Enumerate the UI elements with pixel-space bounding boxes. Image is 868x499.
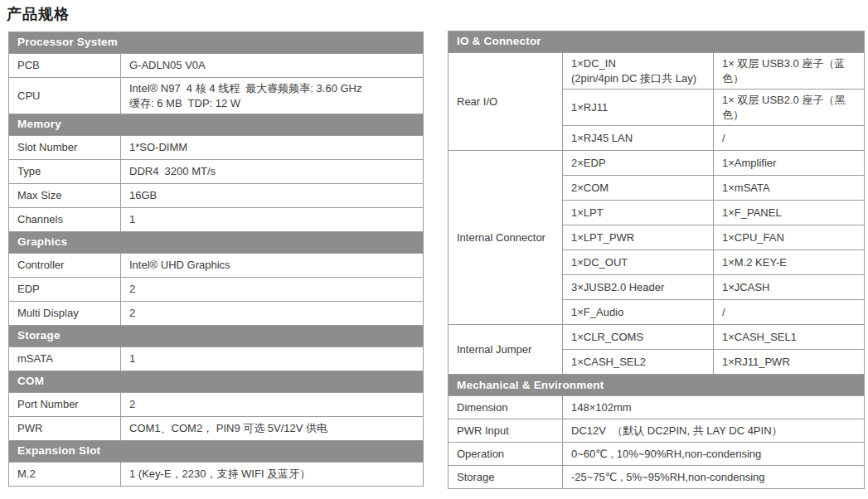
table-row: Rear I/O 1×DC_IN (2pin/4pin DC 接口共 Lay) … — [449, 53, 865, 90]
spec-value-cell: 2 — [121, 393, 424, 417]
spec-value-cell: 1× 双层 USB2.0 座子（黑色） — [714, 90, 865, 126]
section-header: IO & Connector — [449, 31, 865, 53]
section-header: Processor System — [9, 32, 424, 54]
spec-value-cell: 1×JCASH — [714, 275, 865, 300]
table-row: Internal Connector 2×EDP 1×Amplifier — [449, 151, 865, 176]
section-header-row: COM — [9, 371, 424, 393]
spec-label-cell: Slot Number — [9, 136, 121, 160]
spec-value-cell: 2 — [121, 302, 424, 326]
spec-value-cell: 148×102mm — [563, 396, 865, 419]
spec-value-cell: DDR4 3200 MT/s — [121, 160, 424, 184]
spec-value-cell: 0~60℃ , 10%~90%RH,non-condensing — [563, 443, 865, 466]
section-header-row: Memory — [9, 114, 424, 136]
spec-value-cell: 1×DC_OUT — [563, 250, 714, 275]
spec-value-cell: 3×JUSB2.0 Header — [563, 275, 714, 300]
section-header-row: Storage — [9, 326, 424, 347]
group-label-cell: Internal Jumper — [449, 325, 563, 375]
spec-value-cell: 1×Amplifier — [714, 151, 865, 176]
group-label-cell: Internal Connector — [449, 151, 563, 325]
table-row: Port Number 2 — [9, 393, 424, 417]
spec-value-cell: 2×EDP — [563, 151, 714, 176]
section-header: Memory — [9, 114, 424, 136]
spec-label-cell: Dimension — [449, 396, 563, 419]
table-row: CPU Intel® N97 4 核 4 线程 最大睿频频率: 3.60 GHz… — [9, 78, 424, 114]
spec-value-cell: 1× 双层 USB3.0 座子（蓝色） — [714, 53, 865, 90]
spec-table-right: IO & Connector Rear I/O 1×DC_IN (2pin/4p… — [448, 31, 865, 489]
spec-value-cell: / — [714, 126, 865, 151]
spec-value-cell: 1×RJ45 LAN — [563, 126, 714, 151]
table-row: Channels 1 — [9, 208, 424, 232]
spec-label-cell: mSATA — [9, 347, 121, 371]
spec-value-cell: 1×RJ11_PWR — [714, 350, 865, 375]
spec-value-cell: 1×mSATA — [714, 176, 865, 201]
section-header-row: IO & Connector — [449, 31, 865, 53]
table-row: PWR Input DC12V （默认 DC2PIN, 共 LAY DC 4PI… — [449, 419, 865, 443]
spec-label-cell: M.2 — [9, 463, 121, 487]
table-row: EDP 2 — [9, 278, 424, 302]
table-row: M.2 1 (Key-E，2230，支持 WIFI 及蓝牙） — [9, 463, 424, 487]
spec-label-cell: Multi Display — [9, 302, 121, 326]
spec-value-cell: 1×CLR_COMS — [563, 325, 714, 350]
spec-value-cell: 1×DC_IN (2pin/4pin DC 接口共 Lay) — [563, 53, 714, 90]
table-row: Controller Intel® UHD Graphics — [9, 254, 424, 278]
spec-label-cell: PWR — [9, 417, 121, 441]
spec-label-cell: PCB — [9, 54, 121, 78]
table-row: Slot Number 1*SO-DIMM — [9, 136, 424, 160]
spec-value-cell: Intel® N97 4 核 4 线程 最大睿频频率: 3.60 GHz 缓存:… — [121, 78, 424, 114]
spec-label-cell: Max Size — [9, 184, 121, 208]
section-header: COM — [9, 371, 424, 393]
table-row: Operation 0~60℃ , 10%~90%RH,non-condensi… — [449, 443, 865, 466]
spec-value-cell: 1×CASH_SEL2 — [563, 350, 714, 375]
table-row: PWR COM1、COM2， PIN9 可选 5V/12V 供电 — [9, 417, 424, 441]
table-row: Storage -25~75℃ , 5%~95%RH,non-condensin… — [449, 466, 865, 489]
spec-label-cell: Operation — [449, 443, 563, 466]
spec-label-cell: CPU — [9, 78, 121, 114]
spec-value-cell: 1×CPU_FAN — [714, 225, 865, 250]
spec-value-cell: 1 — [121, 347, 424, 371]
section-header-row: Expansion Slot — [9, 441, 424, 463]
spec-value-cell: G-ADLN05 V0A — [121, 54, 424, 78]
spec-value-cell: 2×COM — [563, 176, 714, 201]
spec-value-cell: / — [714, 300, 865, 325]
spec-value-cell: 1×CASH_SEL1 — [714, 325, 865, 350]
spec-value-cell: 1×RJ11 — [563, 90, 714, 126]
section-header: Mechanical & Environment — [449, 375, 865, 396]
spec-value-cell: -25~75℃ , 5%~95%RH,non-condensing — [563, 466, 865, 489]
table-row: Type DDR4 3200 MT/s — [9, 160, 424, 184]
spec-label-cell: EDP — [9, 278, 121, 302]
spec-label-cell: PWR Input — [449, 419, 563, 443]
spec-value-cell: 1 (Key-E，2230，支持 WIFI 及蓝牙） — [121, 463, 424, 487]
table-row: Max Size 16GB — [9, 184, 424, 208]
spec-value-cell: Intel® UHD Graphics — [121, 254, 424, 278]
spec-value-cell: 1*SO-DIMM — [121, 136, 424, 160]
section-header-row: Graphics — [9, 232, 424, 254]
section-header: Expansion Slot — [9, 441, 424, 463]
spec-label-cell: Controller — [9, 254, 121, 278]
spec-label-cell: Channels — [9, 208, 121, 232]
spec-value-cell: DC12V （默认 DC2PIN, 共 LAY DC 4PIN） — [563, 419, 865, 443]
spec-label-cell: Storage — [449, 466, 563, 489]
spec-value-cell: 2 — [121, 278, 424, 302]
spec-label-cell: Port Number — [9, 393, 121, 417]
spec-label-cell: Type — [9, 160, 121, 184]
spec-value-cell: 1×F_PANEL — [714, 201, 865, 225]
spec-value-cell: 1×F_Audio — [563, 300, 714, 325]
table-row: mSATA 1 — [9, 347, 424, 371]
section-header-row: Processor System — [9, 32, 424, 54]
table-row: PCB G-ADLN05 V0A — [9, 54, 424, 78]
table-row: Multi Display 2 — [9, 302, 424, 326]
spec-value-cell: 1×M.2 KEY-E — [714, 250, 865, 275]
table-row: Internal Jumper 1×CLR_COMS 1×CASH_SEL1 — [449, 325, 865, 350]
section-header: Graphics — [9, 232, 424, 254]
spec-value-cell: COM1、COM2， PIN9 可选 5V/12V 供电 — [121, 417, 424, 441]
section-header-row: Mechanical & Environment — [449, 375, 865, 396]
spec-table-left: Processor System PCB G-ADLN05 V0A CPU In… — [8, 31, 424, 487]
spec-value-cell: 1×LPT — [563, 201, 714, 225]
spec-value-cell: 1 — [121, 208, 424, 232]
group-label-cell: Rear I/O — [449, 53, 563, 151]
section-header: Storage — [9, 326, 424, 347]
table-row: Dimension 148×102mm — [449, 396, 865, 419]
page-title: 产品规格 — [7, 4, 70, 24]
spec-value-cell: 1×LPT_PWR — [563, 225, 714, 250]
spec-value-cell: 16GB — [121, 184, 424, 208]
